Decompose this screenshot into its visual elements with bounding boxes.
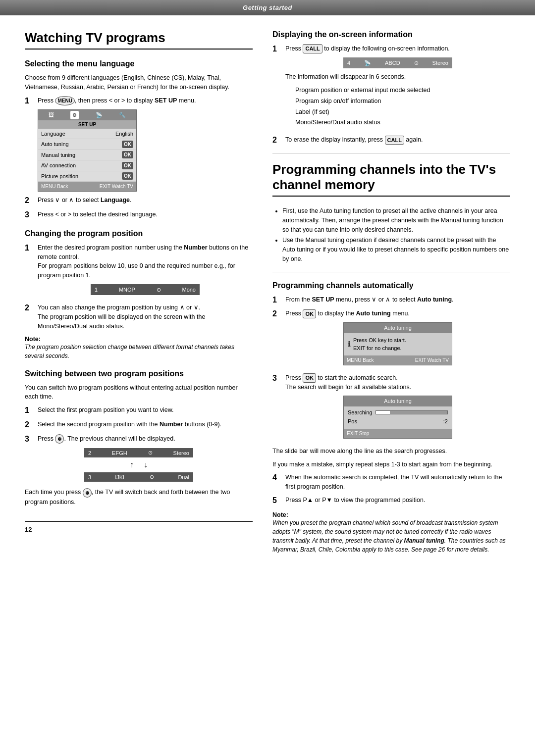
ch-icon: ⊙	[148, 450, 153, 456]
swap-icon: ⊛	[55, 434, 64, 444]
menu-active-icon: ⚙	[70, 111, 79, 119]
step-6-4: 4 When the automatic search is completed…	[272, 473, 510, 492]
menu-row-val: English	[115, 130, 133, 138]
sb-footer: EXIT Stop	[344, 429, 452, 438]
at-footer-left: MENU Back	[347, 356, 374, 364]
divider	[272, 153, 510, 154]
step-6-1: 1 From the SET UP menu, press ∨ or ∧ to …	[272, 295, 510, 305]
step-1-2: 2 Press ∨ or ∧ to select Language.	[25, 196, 253, 206]
step-num: 1	[272, 44, 281, 131]
section2-note: Note: The program position selection cha…	[25, 335, 253, 360]
section-heading-2: Changing the program position	[25, 229, 253, 238]
language-bold: Language	[101, 197, 130, 203]
menu-label: SET UP	[38, 120, 136, 129]
step-content: Press CALL to display the following on-s…	[285, 44, 510, 131]
step-2-1: 1 Enter the desired program position num…	[25, 243, 253, 300]
ok-btn-3: OK	[303, 373, 316, 383]
ch-audio: Dual	[178, 474, 189, 480]
step-content: Press MENU, then press < or > to display…	[38, 96, 253, 192]
number-bold: Number	[184, 244, 207, 251]
section-heading-6: Programming channels automatically	[272, 281, 510, 290]
section3-intro: You can switch two program positions wit…	[25, 383, 253, 402]
step-content: You can also change the program position…	[38, 303, 253, 331]
step-2-2: 2 You can also change the program positi…	[25, 303, 253, 331]
ch-name: IJKL	[115, 474, 126, 480]
step-1-1: 1 Press MENU, then press < or > to displ…	[25, 96, 253, 192]
arrow-down: ↓	[144, 460, 148, 469]
info-icon: ℹ	[348, 339, 350, 350]
step-1-3: 3 Press < or > to select the desired lan…	[25, 210, 253, 220]
arrows-row: ↑ ↓	[84, 460, 193, 469]
progress-bar-outer	[375, 410, 448, 414]
channel-bar-1: 1 MNOP ⊙ Mono	[91, 284, 200, 296]
step-content: Enter the desired program position numbe…	[38, 243, 253, 300]
step-num: 2	[25, 196, 34, 206]
menu-icon-3: 📡	[96, 111, 103, 119]
ok-btn: OK	[122, 151, 133, 158]
info-bullets: Program position or external input mode …	[285, 86, 510, 127]
menu-row-language: Language English	[38, 129, 136, 140]
step-3-2: 2 Select the second program position wit…	[25, 420, 253, 430]
step-content: Press ∨ or ∧ to select Language.	[38, 196, 253, 206]
step-content: To erase the display instantly, press CA…	[285, 135, 510, 146]
section6-steps: 1 From the SET UP menu, press ∨ or ∧ to …	[272, 295, 510, 443]
sb-row-pos: Pos :2	[348, 417, 448, 426]
step-num: 2	[25, 420, 34, 430]
step-content: From the SET UP menu, press ∨ or ∧ to se…	[285, 295, 510, 305]
step-content: Select the first program position you wa…	[38, 405, 253, 416]
ch-number: 1	[95, 286, 98, 294]
step-num: 4	[272, 473, 281, 492]
ok-btn: OK	[122, 172, 133, 180]
main-content: Watching TV programs Selecting the menu …	[0, 15, 535, 575]
number-bold-2: Number	[160, 421, 183, 428]
step-num: 2	[272, 309, 281, 369]
ch-bar-2: 2 EFGH ⊙ Stereo	[84, 448, 193, 457]
ch-audio: Stereo	[173, 450, 189, 456]
setup-bold-2: SET UP	[312, 296, 334, 303]
section-heading-1: Selecting the menu language	[25, 59, 253, 68]
at-body: ℹ Press OK key to start.EXIT for no chan…	[344, 333, 452, 355]
at-footer: MENU Back EXIT Watch TV	[344, 355, 452, 365]
section3-footer: Each time you press ⊛, the TV will switc…	[25, 488, 253, 506]
step-num: 1	[25, 405, 34, 416]
section-heading-3: Switching between two program positions	[25, 369, 253, 378]
info-disappear: The information will disappear in 6 seco…	[285, 72, 510, 82]
step-3-3: 3 Press ⊛. The previous channel will be …	[25, 434, 253, 445]
step-content: Press P▲ or P▼ to view the programmed po…	[285, 496, 510, 506]
divider2	[272, 272, 510, 272]
menu-title-bar: 🖼 ⚙ 📡 🔧	[38, 110, 136, 120]
sb-row-searching: Searching	[348, 408, 448, 417]
page-number: 12	[25, 526, 32, 533]
step-num: 1	[25, 243, 34, 300]
sb-title: Auto tuning	[344, 396, 452, 406]
right-column: Displaying the on-screen information 1 P…	[272, 30, 510, 560]
od-audio-icon: ⊙	[414, 59, 419, 67]
step-content: Press < or > to select the desired langu…	[38, 210, 253, 220]
onscreen-display: 4 📡 ABCD ⊙ Stereo	[343, 57, 452, 69]
call-btn: CALL	[303, 44, 322, 53]
pos-val: :2	[443, 417, 448, 426]
ch-name: EFGH	[112, 450, 127, 456]
menu-footer: MENU Back EXIT Watch TV	[38, 182, 136, 191]
ok-btn: OK	[122, 162, 133, 169]
bullet-item: Use the Manual tuning operation if desir…	[282, 236, 510, 263]
ok-btn-2: OK	[303, 309, 316, 319]
at-title: Auto tuning	[344, 323, 452, 333]
call-btn-2: CALL	[385, 136, 404, 145]
ch-icon: ⊙	[150, 474, 154, 480]
auto-tuning-bold: Auto tuning	[417, 296, 452, 303]
ch-number: 3	[88, 474, 91, 480]
header-label: Getting started	[243, 4, 292, 11]
note-label: Note:	[25, 336, 41, 343]
searching-box: Auto tuning Searching Pos	[343, 396, 452, 439]
at-body-text: Press OK key to start.EXIT for no change…	[353, 336, 406, 353]
menu-row-autotuning: Auto tuning OK	[38, 139, 136, 150]
sb-footer-text: EXIT Stop	[347, 431, 369, 436]
section1-steps: 1 Press MENU, then press < or > to displ…	[25, 96, 253, 220]
step-content: When the automatic search is completed, …	[285, 473, 510, 492]
menu-row-avconnection: AV connection OK	[38, 160, 136, 171]
setup-menu: 🖼 ⚙ 📡 🔧 SET UP Language English	[38, 109, 137, 192]
note-text-2: When you preset the program channel whic…	[272, 519, 506, 553]
page-title: Watching TV programs	[25, 30, 253, 50]
menu-row-manualtuning: Manual tuning OK	[38, 150, 136, 161]
